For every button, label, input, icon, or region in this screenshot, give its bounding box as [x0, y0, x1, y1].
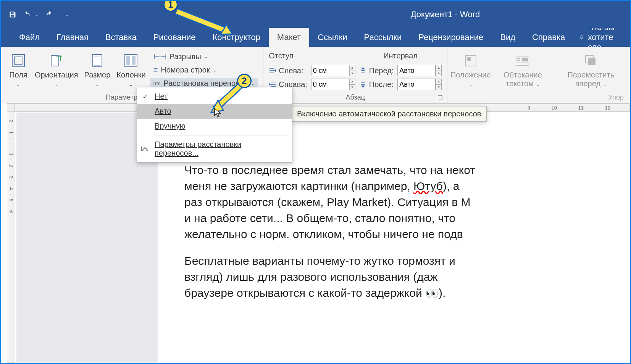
tab-home[interactable]: Главная — [48, 28, 97, 47]
bring-forward-button[interactable]: Переместить вперед ⌄ — [556, 49, 626, 90]
indent-left-label: Слева: — [279, 66, 303, 75]
line-numbers-icon: ≡ — [153, 66, 158, 74]
tell-me-search[interactable]: Что вы хотите сде — [573, 28, 630, 47]
spacing-heading: Интервал — [359, 51, 442, 63]
svg-marker-3 — [60, 55, 62, 57]
document-title: Документ1 - Word — [411, 10, 480, 19]
tab-references[interactable]: Ссылки — [309, 28, 355, 47]
mouse-cursor-icon — [214, 108, 222, 118]
indent-left-input[interactable] — [311, 65, 349, 76]
hyphenation-options[interactable]: bᵃc Параметры расстановки переносов... — [137, 137, 292, 161]
group-arrange: Положение⌄ Обтекание текстом ⌄ Перемести… — [447, 47, 630, 103]
orientation-button[interactable]: Ориентация⌄ — [32, 49, 81, 90]
undo-dropdown-icon[interactable]: ⌄ — [35, 12, 39, 17]
wrap-text-button[interactable]: Обтекание текстом ⌄ — [490, 49, 555, 90]
svg-rect-11 — [467, 57, 471, 61]
columns-button[interactable]: Колонки⌄ — [113, 49, 148, 90]
spacing-after-label: После: — [369, 80, 394, 89]
spacing-before-spinner[interactable]: ▲▼ — [436, 65, 442, 76]
indent-left-spinner[interactable]: ▲▼ — [349, 65, 355, 76]
wrap-text-icon — [515, 53, 530, 68]
breaks-icon: ⊢⊣ — [153, 52, 166, 61]
indent-right-input[interactable] — [311, 79, 349, 90]
menu-separator — [153, 135, 289, 135]
svg-rect-0 — [12, 55, 24, 67]
tab-layout[interactable]: Макет — [269, 28, 309, 47]
position-icon — [463, 53, 478, 68]
lightbulb-icon — [579, 33, 584, 42]
quick-access-toolbar: ⌄ ⌄ — [9, 11, 69, 18]
hyphenation-options-icon: bᵃc — [141, 146, 148, 152]
spacing-before-icon — [359, 67, 367, 74]
annotation-arrow-1 — [171, 6, 240, 40]
ribbon: Поля⌄ Ориентация⌄ Размер⌄ Колонки⌄ ⊢⊣ Ра… — [1, 47, 630, 103]
svg-rect-2 — [51, 55, 59, 66]
spacing-after-icon — [359, 81, 367, 88]
check-icon: ✓ — [142, 92, 148, 101]
svg-rect-1 — [15, 57, 22, 64]
spacing-before-label: Перед: — [369, 66, 394, 75]
indent-left-icon — [269, 67, 276, 74]
qat-customize-icon[interactable]: ⌄ — [65, 12, 69, 17]
position-button[interactable]: Положение⌄ — [451, 49, 490, 90]
annotation-marker-2: 2 — [237, 74, 252, 88]
doc-paragraph-3[interactable]: Бесплатные варианты почему-то жутко торм… — [184, 253, 627, 301]
spacing-before-input[interactable] — [397, 65, 436, 76]
tab-view[interactable]: Вид — [492, 28, 524, 47]
svg-rect-8 — [126, 56, 130, 65]
ruler-corner — [7, 103, 15, 112]
indent-right-spinner[interactable]: ▲▼ — [349, 79, 355, 90]
hyphenation-icon: bᵃc — [153, 81, 161, 86]
tab-insert[interactable]: Вставка — [97, 28, 145, 47]
margins-icon — [11, 53, 26, 68]
hyphenation-manual[interactable]: Вручную — [137, 119, 292, 134]
document-canvas[interactable]: Приветствую! Что-то в последнее время ст… — [16, 113, 630, 363]
size-button[interactable]: Размер⌄ — [81, 49, 114, 90]
spacing-after-spinner[interactable]: ▲▼ — [436, 79, 442, 90]
svg-rect-13 — [588, 58, 595, 65]
title-bar: ⌄ ⌄ Документ1 - Word — [1, 1, 630, 28]
svg-rect-4 — [93, 55, 102, 67]
group-label-paragraph: Абзац — [267, 92, 443, 102]
columns-icon — [123, 53, 139, 68]
save-icon[interactable] — [9, 11, 16, 18]
svg-line-16 — [177, 11, 228, 32]
group-label-arrange: Упор — [451, 92, 626, 102]
breaks-button[interactable]: ⊢⊣ Разрывы⌄ — [150, 51, 258, 62]
bring-forward-icon — [583, 53, 599, 68]
redo-icon[interactable] — [45, 11, 53, 18]
indent-heading: Отступ — [269, 51, 355, 63]
paragraph-dialog-launcher[interactable] — [438, 95, 442, 100]
size-icon — [90, 53, 105, 68]
doc-paragraph-2[interactable]: Что-то в последнее время стал замечать, … — [184, 162, 627, 242]
svg-rect-9 — [132, 56, 136, 65]
svg-rect-12 — [522, 58, 528, 61]
tooltip-hyphenation-auto: Включение автоматической расстановки пер… — [291, 106, 487, 122]
undo-icon[interactable] — [23, 11, 31, 18]
tab-help[interactable]: Справка — [524, 28, 573, 47]
margins-button[interactable]: Поля⌄ — [5, 49, 32, 90]
tab-mailings[interactable]: Рассылки — [356, 28, 410, 47]
ruler-vertical[interactable]: 2·1···1·2·3·4·5·6 — [7, 112, 15, 363]
spacing-after-input[interactable] — [397, 79, 436, 90]
orientation-icon — [49, 53, 64, 68]
ribbon-tabs: Файл Главная Вставка Рисование Конструкт… — [1, 28, 630, 47]
tab-file[interactable]: Файл — [11, 28, 48, 47]
tab-review[interactable]: Рецензирование — [410, 28, 492, 47]
